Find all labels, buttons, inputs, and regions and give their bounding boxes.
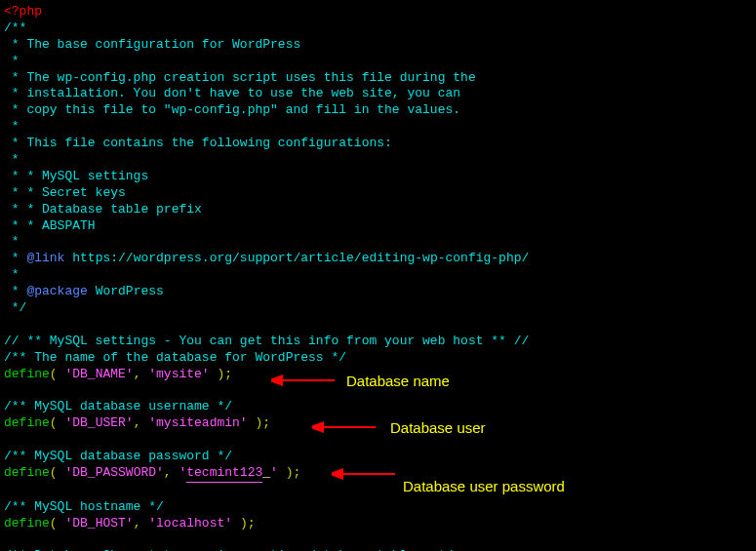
doc-package-tag: @package: [26, 284, 87, 298]
dbname-value: 'mysite': [148, 367, 209, 381]
doc-star: *: [4, 54, 20, 68]
dbpass-value: tecmint123: [186, 465, 262, 483]
doc-line: * The wp-config.php creation script uses…: [4, 70, 476, 85]
doc-line: * installation. You don't have to use th…: [4, 86, 460, 100]
doc-line: * The base configuration for WordPress: [4, 37, 300, 52]
arrow-dbname: [271, 374, 335, 386]
php-open-tag: <?php: [4, 4, 42, 19]
define-keyword: define: [4, 465, 50, 480]
docblock-close: */: [4, 300, 26, 315]
doc-line: * copy this file to "wp-config.php" and …: [4, 102, 460, 117]
doc-line: * This file contains the following confi…: [4, 136, 392, 150]
doc-link-url: https://wordpress.org/support/article/ed…: [64, 251, 529, 265]
define-keyword: define: [4, 516, 50, 531]
arrow-dbuser: [312, 421, 376, 433]
comment-dbuser: /** MySQL database username */: [4, 399, 232, 413]
doc-line: * * Secret keys: [4, 185, 126, 200]
doc-link-tag: @link: [26, 251, 64, 265]
docblock-open: /**: [4, 20, 26, 35]
annotation-dbpass: Database user password: [403, 477, 565, 496]
annotation-dbname: Database name: [346, 372, 450, 391]
doc-star: *: [4, 152, 20, 167]
comment-dbhost: /** MySQL hostname */: [4, 499, 164, 514]
dbuser-value: 'mysiteadmin': [148, 415, 247, 430]
doc-prefix: *: [4, 284, 26, 298]
annotation-dbuser: Database user: [390, 418, 486, 438]
dbname-key: 'DB_NAME': [64, 367, 133, 381]
doc-star: *: [4, 119, 20, 134]
define-keyword: define: [4, 367, 50, 381]
doc-line: * * MySQL settings: [4, 169, 148, 183]
doc-line: * * Database table prefix: [4, 202, 202, 216]
comment-mysql-settings: // ** MySQL settings - You can get this …: [4, 334, 529, 348]
define-dbuser-line: define( 'DB_USER', 'mysiteadmin' );: [4, 415, 752, 432]
doc-star: *: [4, 267, 20, 282]
doc-package-name: WordPress: [88, 284, 164, 298]
define-keyword: define: [4, 415, 50, 430]
doc-star: *: [4, 234, 20, 249]
define-dbhost-line: define( 'DB_HOST', 'localhost' );: [4, 516, 752, 532]
dbhost-key: 'DB_HOST': [64, 516, 133, 531]
dbuser-key: 'DB_USER': [64, 415, 133, 430]
comment-dbpass: /** MySQL database password */: [4, 449, 232, 463]
doc-prefix: *: [4, 251, 26, 265]
dbhost-value: 'localhost': [148, 516, 232, 531]
doc-line: * * ABSPATH: [4, 218, 96, 233]
arrow-dbpass: [332, 468, 395, 480]
cursor: _: [262, 465, 270, 480]
comment-dbname: /** The name of the database for WordPre…: [4, 350, 346, 365]
dbpass-key: 'DB_PASSWORD': [64, 465, 163, 480]
